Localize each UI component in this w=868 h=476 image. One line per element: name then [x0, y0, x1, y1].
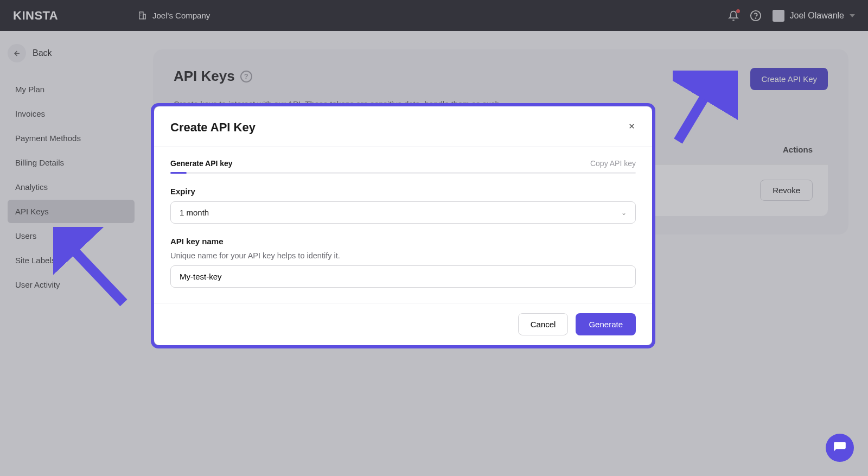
sidebar-item-site-labels[interactable]: Site Labels [8, 249, 135, 272]
sidebar-item-api-keys[interactable]: API Keys [8, 200, 135, 223]
help-button[interactable] [750, 10, 762, 22]
user-menu[interactable]: Joel Olawanle [773, 10, 856, 22]
revoke-button[interactable]: Revoke [760, 180, 813, 201]
step-generate: Generate API key [170, 159, 233, 168]
company-name: Joel's Company [152, 11, 210, 20]
create-api-key-button[interactable]: Create API Key [750, 68, 828, 90]
sidebar-item-my-plan[interactable]: My Plan [8, 78, 135, 101]
sidebar-item-invoices[interactable]: Invoices [8, 102, 135, 125]
arrow-left-icon [13, 49, 21, 58]
user-name: Joel Olawanle [790, 11, 845, 21]
generate-button[interactable]: Generate [576, 313, 636, 335]
name-help: Unique name for your API key helps to id… [170, 251, 636, 260]
svg-point-5 [755, 18, 756, 18]
notification-dot [736, 9, 740, 13]
cancel-button[interactable]: Cancel [518, 313, 569, 335]
company-selector[interactable]: Joel's Company [138, 11, 210, 20]
chat-widget-button[interactable] [826, 434, 854, 462]
building-icon [138, 11, 147, 20]
name-label: API key name [170, 237, 636, 246]
back-label: Back [33, 48, 52, 58]
logo: KINSTA [13, 9, 138, 23]
expiry-value: 1 month [180, 208, 209, 217]
sidebar-item-user-activity[interactable]: User Activity [8, 273, 135, 296]
chevron-down-icon [850, 14, 855, 17]
column-actions: Actions [783, 145, 813, 154]
help-circle-icon [750, 10, 762, 22]
create-api-key-modal: Create API Key Generate API key Copy API… [154, 106, 652, 345]
notifications-button[interactable] [728, 10, 739, 21]
api-key-name-input[interactable] [170, 265, 636, 288]
close-button[interactable] [628, 122, 636, 133]
sidebar-item-payment-methods[interactable]: Payment Methods [8, 126, 135, 150]
sidebar: Back My Plan Invoices Payment Methods Bi… [0, 31, 142, 476]
expiry-select[interactable]: 1 month ⌄ [170, 201, 636, 224]
chevron-down-icon: ⌄ [621, 209, 627, 217]
svg-rect-1 [143, 14, 145, 19]
close-icon [628, 122, 636, 130]
page-title: API Keys ? [174, 68, 252, 85]
modal-title: Create API Key [170, 120, 256, 135]
sidebar-item-analytics[interactable]: Analytics [8, 175, 135, 199]
progress-bar [170, 172, 636, 174]
sidebar-item-billing-details[interactable]: Billing Details [8, 151, 135, 174]
avatar [773, 10, 784, 22]
back-button[interactable] [8, 44, 26, 62]
chat-icon [833, 441, 847, 455]
topbar: KINSTA Joel's Company Joel Olawanle [0, 0, 868, 31]
sidebar-item-users[interactable]: Users [8, 224, 135, 247]
expiry-label: Expiry [170, 187, 636, 196]
help-tooltip-icon[interactable]: ? [240, 71, 252, 82]
step-copy: Copy API key [590, 159, 636, 168]
